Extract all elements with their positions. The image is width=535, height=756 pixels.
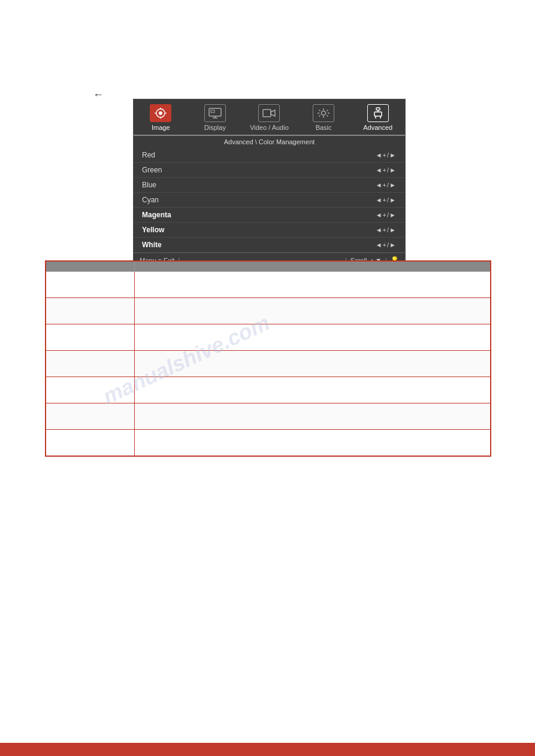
svg-rect-23 [374, 112, 382, 116]
back-arrow[interactable]: ← [93, 89, 104, 101]
basic-icon [313, 104, 334, 122]
table-row [46, 272, 491, 298]
bottom-bar [0, 743, 535, 756]
svg-point-12 [322, 111, 326, 116]
table-row [46, 351, 491, 377]
row-arrows-cyan: ◄+/► [376, 196, 397, 204]
nav-label-image: Image [152, 124, 170, 131]
video-audio-icon [258, 104, 280, 122]
row-label-magenta: Magenta [142, 211, 171, 219]
row-arrows-yellow: ◄+/► [376, 226, 397, 233]
row-label-white: White [142, 241, 162, 249]
nav-item-advanced[interactable]: Advanced [354, 104, 402, 131]
table-cell-row4-col1 [46, 351, 134, 377]
table-cell-row7-col1 [46, 430, 134, 456]
table-cell-row2-col2 [134, 298, 491, 324]
nav-item-display[interactable]: Display [191, 104, 239, 131]
svg-point-1 [159, 111, 162, 115]
table-row [46, 430, 491, 456]
table-row [46, 324, 491, 351]
display-icon [204, 104, 226, 122]
menu-row-green[interactable]: Green ◄+/► [134, 163, 405, 178]
nav-label-advanced: Advanced [363, 124, 392, 131]
table-cell-row3-col1 [46, 324, 134, 351]
table-header-row [46, 261, 491, 272]
nav-label-video-audio: Video / Audio [250, 124, 289, 131]
nav-item-video-audio[interactable]: Video / Audio [245, 104, 293, 131]
svg-rect-21 [376, 108, 380, 110]
image-icon [150, 104, 171, 122]
row-label-blue: Blue [142, 181, 156, 189]
nav-label-basic: Basic [316, 124, 332, 131]
menu-row-blue[interactable]: Blue ◄+/► [134, 178, 405, 193]
table-row [46, 377, 491, 403]
table-cell-row1-col1 [46, 272, 134, 298]
table-row [46, 298, 491, 324]
row-arrows-magenta: ◄+/► [376, 211, 397, 218]
osd-breadcrumb: Advanced \ Color Management [134, 136, 405, 148]
svg-line-17 [319, 110, 321, 111]
nav-item-image[interactable]: Image [137, 104, 185, 131]
row-arrows-red: ◄+/► [376, 151, 397, 159]
row-label-yellow: Yellow [142, 226, 164, 234]
osd-nav: Image Display Video / Audio [134, 99, 405, 135]
svg-line-19 [327, 110, 328, 111]
row-label-cyan: Cyan [142, 196, 159, 204]
menu-row-magenta[interactable]: Magenta ◄+/► [134, 208, 405, 223]
nav-label-display: Display [204, 124, 226, 131]
svg-marker-11 [271, 110, 275, 116]
table-cell-row6-col1 [46, 403, 134, 430]
svg-line-18 [327, 116, 328, 117]
svg-line-20 [319, 116, 321, 117]
table-cell-row5-col2 [134, 377, 491, 403]
table-cell-row2-col1 [46, 298, 134, 324]
row-label-red: Red [142, 151, 155, 159]
menu-row-white[interactable]: White ◄+/► [134, 238, 405, 253]
menu-row-red[interactable]: Red ◄+/► [134, 148, 405, 163]
table-header-col2 [134, 261, 491, 272]
data-table [45, 260, 491, 457]
table-cell-row6-col2 [134, 403, 491, 430]
osd-menu: Image Display Video / Audio [133, 99, 406, 268]
table-row [46, 403, 491, 430]
row-arrows-green: ◄+/► [376, 166, 397, 174]
row-arrows-white: ◄+/► [376, 241, 397, 248]
table-cell-row1-col2 [134, 272, 491, 298]
advanced-icon [367, 104, 389, 122]
row-arrows-blue: ◄+/► [376, 181, 397, 189]
row-label-green: Green [142, 166, 162, 174]
table-cell-row7-col2 [134, 430, 491, 456]
svg-rect-10 [263, 110, 271, 117]
svg-rect-9 [211, 110, 214, 113]
table-cell-row4-col2 [134, 351, 491, 377]
table-cell-row5-col1 [46, 377, 134, 403]
table-cell-row3-col2 [134, 324, 491, 351]
menu-row-yellow[interactable]: Yellow ◄+/► [134, 223, 405, 238]
menu-row-cyan[interactable]: Cyan ◄+/► [134, 193, 405, 208]
table-header-col1 [46, 261, 134, 272]
nav-item-basic[interactable]: Basic [300, 104, 347, 131]
